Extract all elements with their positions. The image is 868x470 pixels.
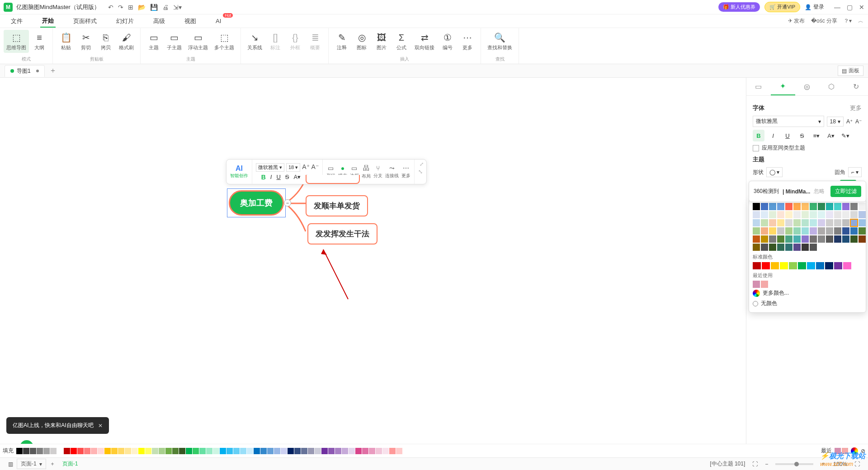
color-swatch[interactable] bbox=[769, 244, 776, 251]
color-swatch[interactable] bbox=[810, 219, 817, 226]
font-family-select[interactable]: 微软雅黑 ▾ bbox=[256, 163, 284, 172]
font-color-button[interactable]: A▾ bbox=[294, 174, 301, 181]
font-size-select[interactable]: 18 ▾ bbox=[286, 163, 300, 172]
fill-color-swatch[interactable] bbox=[71, 448, 77, 454]
fill-color-swatch[interactable] bbox=[57, 448, 63, 454]
color-swatch[interactable] bbox=[842, 219, 849, 226]
new-user-badge[interactable]: 🎁 新人优惠券 bbox=[718, 2, 760, 12]
color-swatch[interactable] bbox=[834, 211, 841, 218]
color-swatch[interactable] bbox=[753, 227, 760, 235]
fill-color-swatch[interactable] bbox=[382, 448, 389, 454]
color-swatch[interactable] bbox=[777, 235, 784, 243]
vip-badge[interactable]: 🛒 开通VIP bbox=[764, 2, 800, 12]
color-swatch[interactable] bbox=[793, 235, 801, 243]
color-swatch[interactable] bbox=[810, 211, 817, 218]
fill-color-swatch[interactable] bbox=[77, 448, 84, 454]
font-more-link[interactable]: 更多 bbox=[850, 104, 862, 112]
color-swatch[interactable] bbox=[753, 203, 760, 210]
fill-color-swatch[interactable] bbox=[321, 448, 328, 454]
color-swatch[interactable] bbox=[793, 219, 801, 226]
color-swatch[interactable] bbox=[761, 203, 768, 210]
rp-font-shrink-icon[interactable]: A⁻ bbox=[855, 118, 862, 125]
fill-color-swatch[interactable] bbox=[369, 448, 375, 454]
color-swatch[interactable] bbox=[850, 235, 858, 243]
ribbon-浮动主题[interactable]: ▭浮动主题 bbox=[185, 30, 211, 53]
rp-font-color-button[interactable]: A▾ bbox=[825, 130, 837, 141]
color-swatch[interactable] bbox=[785, 235, 793, 243]
color-swatch[interactable] bbox=[850, 211, 858, 218]
menu-file[interactable]: 文件 bbox=[9, 15, 24, 27]
help-icon[interactable]: ？▾ bbox=[844, 17, 852, 25]
color-swatch[interactable] bbox=[834, 262, 842, 269]
fill-color-swatch[interactable] bbox=[226, 448, 233, 454]
color-swatch[interactable] bbox=[753, 262, 761, 269]
rp-highlight-button[interactable]: ✎▾ bbox=[840, 130, 851, 141]
fill-color-swatch[interactable] bbox=[186, 448, 192, 454]
color-swatch[interactable] bbox=[818, 219, 825, 226]
color-swatch[interactable] bbox=[859, 235, 866, 243]
ribbon-更多[interactable]: ⋯更多 bbox=[458, 30, 477, 53]
print-icon[interactable]: 🖨 bbox=[162, 4, 169, 11]
fill-color-swatch[interactable] bbox=[145, 448, 151, 454]
color-swatch[interactable] bbox=[842, 203, 849, 210]
color-swatch[interactable] bbox=[802, 227, 809, 235]
color-swatch[interactable] bbox=[850, 203, 858, 210]
fill-color-swatch[interactable] bbox=[30, 448, 36, 454]
notice-ignore-button[interactable]: 忽略 bbox=[814, 188, 825, 195]
ribbon-公式[interactable]: Σ公式 bbox=[392, 30, 411, 53]
menu-ai[interactable]: AIHot bbox=[214, 16, 223, 26]
color-swatch[interactable] bbox=[777, 227, 784, 235]
ribbon-粘贴[interactable]: 📋粘贴 bbox=[57, 30, 75, 53]
fill-color-swatch[interactable] bbox=[165, 448, 172, 454]
color-swatch[interactable] bbox=[780, 262, 788, 269]
fill-color-swatch[interactable] bbox=[23, 448, 29, 454]
menu-page-style[interactable]: 页面样式 bbox=[71, 15, 99, 27]
layers-icon[interactable]: ▥ bbox=[5, 461, 17, 467]
fill-color-swatch[interactable] bbox=[376, 448, 382, 454]
ft-连接线[interactable]: ⤳连接线 bbox=[385, 164, 399, 179]
fill-color-swatch[interactable] bbox=[152, 448, 158, 454]
fit-icon[interactable]: ⛶ bbox=[749, 461, 761, 467]
color-swatch[interactable] bbox=[826, 235, 833, 243]
color-swatch[interactable] bbox=[859, 203, 866, 210]
ft-更多[interactable]: ⋯更多 bbox=[401, 164, 410, 179]
notice-filter-button[interactable]: 立即过滤 bbox=[830, 186, 861, 197]
color-swatch[interactable] bbox=[789, 262, 797, 269]
fill-color-swatch[interactable] bbox=[111, 448, 118, 454]
fill-color-swatch[interactable] bbox=[342, 448, 348, 454]
toast-close-icon[interactable]: ✕ bbox=[98, 423, 103, 429]
ribbon-注释[interactable]: ✎注释 bbox=[332, 30, 351, 53]
ribbon-外框[interactable]: {}外框 bbox=[286, 30, 305, 53]
color-swatch[interactable] bbox=[834, 227, 841, 235]
rp-bold-button[interactable]: B bbox=[753, 130, 764, 141]
underline-button[interactable]: U bbox=[276, 174, 280, 181]
rp-align-button[interactable]: ≡▾ bbox=[811, 130, 822, 141]
add-page-button[interactable]: ＋ bbox=[46, 460, 59, 468]
color-swatch[interactable] bbox=[818, 227, 825, 235]
expand-toolbar-icon[interactable]: ⤢ bbox=[420, 161, 424, 167]
ribbon-标注[interactable]: []标注 bbox=[266, 30, 285, 53]
ribbon-主题[interactable]: ▭主题 bbox=[144, 30, 163, 53]
color-swatch[interactable] bbox=[762, 262, 770, 269]
ribbon-大纲[interactable]: ≡大纲 bbox=[30, 30, 49, 53]
color-swatch[interactable] bbox=[802, 219, 809, 226]
panel-tab-style[interactable]: ✦ bbox=[771, 78, 795, 95]
fill-color-swatch[interactable] bbox=[335, 448, 341, 454]
color-swatch[interactable] bbox=[793, 244, 801, 251]
panel-toggle-button[interactable]: ▤ 面板 bbox=[838, 66, 863, 76]
fill-color-swatch[interactable] bbox=[213, 448, 219, 454]
color-swatch[interactable] bbox=[802, 203, 809, 210]
color-swatch[interactable] bbox=[753, 281, 760, 288]
fill-color-swatch[interactable] bbox=[199, 448, 206, 454]
fill-color-swatch[interactable] bbox=[274, 448, 280, 454]
color-swatch[interactable] bbox=[842, 211, 849, 218]
child-node-2[interactable]: 发顺丰单发货 bbox=[306, 195, 368, 216]
color-swatch[interactable] bbox=[842, 227, 849, 235]
color-swatch[interactable] bbox=[816, 262, 824, 269]
color-swatch[interactable] bbox=[761, 244, 768, 251]
color-swatch[interactable] bbox=[810, 227, 817, 235]
redo-icon[interactable]: ↷ bbox=[118, 4, 123, 11]
bold-button[interactable]: B bbox=[261, 174, 266, 181]
rp-font-family-select[interactable]: 微软雅黑 ▾ bbox=[753, 116, 824, 127]
color-swatch[interactable] bbox=[810, 244, 817, 251]
